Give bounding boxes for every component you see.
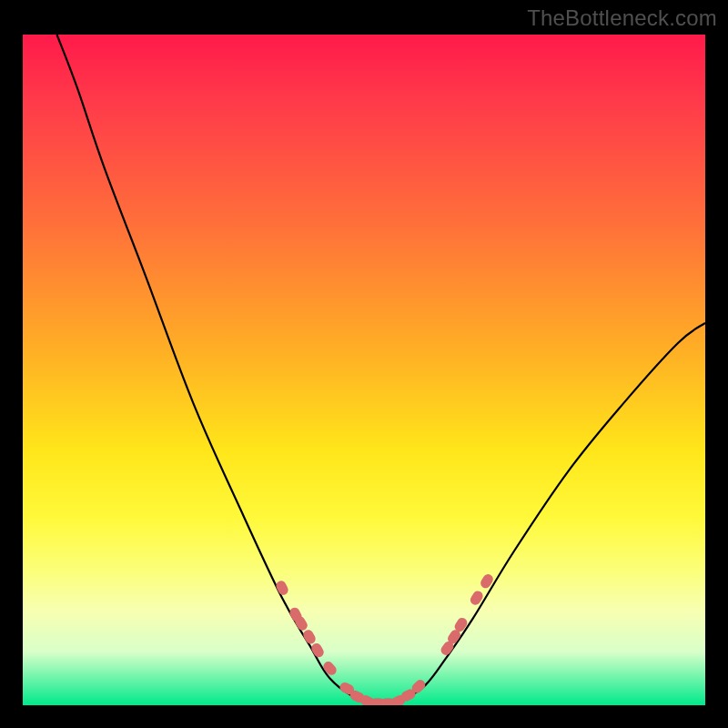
curve-marker: [274, 579, 289, 596]
curve-marker: [321, 660, 339, 677]
plot-area: [23, 35, 705, 705]
chart-svg: [23, 35, 705, 705]
watermark-text: TheBottleneck.com: [527, 5, 717, 31]
marker-layer: [274, 572, 494, 705]
bottleneck-curve: [57, 35, 706, 705]
curve-marker: [301, 628, 318, 645]
curve-marker: [309, 642, 326, 659]
chart-frame: TheBottleneck.com: [0, 0, 728, 728]
